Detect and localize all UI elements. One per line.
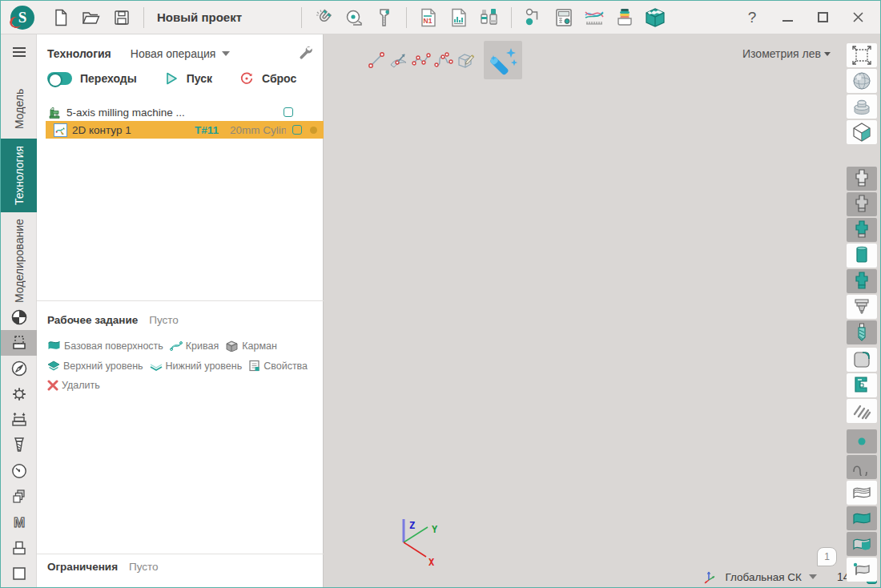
tool-button[interactable] <box>1 433 37 458</box>
material-stack-button[interactable] <box>609 4 640 31</box>
tools-button[interactable] <box>474 4 505 31</box>
machining-button[interactable] <box>1 330 37 356</box>
maximize-button[interactable] <box>810 6 835 30</box>
minimize-button[interactable] <box>774 6 800 30</box>
wrench-icon <box>297 44 313 60</box>
tool-holder-button[interactable] <box>847 269 877 293</box>
settings-wrench-button[interactable] <box>297 44 313 63</box>
polyline-button[interactable] <box>410 49 432 71</box>
reset-icon[interactable] <box>239 71 254 86</box>
magnet-snap-button[interactable] <box>308 4 339 31</box>
tool-cone-button[interactable] <box>847 295 877 319</box>
operation-status-dot <box>310 127 317 134</box>
toolbar-divider <box>406 7 407 28</box>
milling-tool-button[interactable] <box>847 320 877 344</box>
upper-level-label: Верхний уровень <box>63 360 143 372</box>
tree-row-machine[interactable]: 5-axis milling machine ... <box>37 103 324 121</box>
coord-system-label[interactable]: Глобальная СК <box>725 571 802 583</box>
measure-tape-button[interactable] <box>339 4 369 31</box>
simulation-button[interactable] <box>640 4 670 31</box>
surface-points-button[interactable] <box>847 558 877 582</box>
holder-with-tool-button[interactable] <box>847 218 877 242</box>
holder-wireframe-icon <box>852 168 871 189</box>
machine-checkbox[interactable] <box>284 107 293 117</box>
delete-button[interactable]: Удалить <box>47 380 100 391</box>
reset-label[interactable]: Сброс <box>262 72 296 85</box>
machine-label: 5-axis milling machine ... <box>66 107 185 119</box>
chevron-down-icon[interactable] <box>809 574 817 579</box>
magic-wand-button[interactable] <box>484 41 522 79</box>
tab-technology[interactable]: Технология <box>1 139 37 212</box>
open-folder-icon <box>81 8 102 27</box>
press-button[interactable] <box>1 407 37 433</box>
zoom-extents-button[interactable] <box>847 43 877 67</box>
machine-button[interactable] <box>847 373 877 397</box>
output-button[interactable] <box>1 535 37 561</box>
tool-body-button[interactable] <box>847 244 877 268</box>
job-section-header: Рабочее задание Пусто <box>47 314 179 326</box>
part-view-button[interactable] <box>847 95 877 119</box>
sketch-3d-button[interactable] <box>455 49 477 71</box>
save-project-button[interactable] <box>107 4 137 31</box>
toolbar-divider <box>143 7 144 28</box>
left-rail: Модель Технология Моделирование <box>1 34 37 588</box>
base-surface-button[interactable]: Базовая поверхность <box>47 340 163 352</box>
spline-button[interactable] <box>432 49 455 71</box>
stock-setup-button[interactable] <box>1 304 37 330</box>
transitions-label: Переходы <box>80 72 137 85</box>
view-selector[interactable]: Изометрия лев <box>742 47 831 60</box>
layers-button[interactable] <box>1 484 37 509</box>
curve-spline-button[interactable] <box>847 455 877 479</box>
operation-tool-number: T#11 <box>195 124 219 136</box>
toolbar-divider <box>511 7 512 28</box>
settings-button[interactable] <box>1 381 37 407</box>
holder-wireframe-button[interactable] <box>847 167 877 191</box>
line-2points-button[interactable] <box>365 49 388 71</box>
play-icon[interactable] <box>164 71 179 86</box>
surface-half-button[interactable] <box>847 532 877 556</box>
surface-shaded-button[interactable] <box>847 506 877 530</box>
pocket-button[interactable]: Карман <box>225 340 277 352</box>
save-icon <box>112 8 131 27</box>
help-button[interactable]: ? <box>739 6 765 30</box>
tab-modeling[interactable]: Моделирование <box>1 214 37 308</box>
surface-wireframe-button[interactable] <box>847 481 877 505</box>
frame-button[interactable] <box>1 561 37 586</box>
calculator-button[interactable] <box>549 4 579 31</box>
curve-button[interactable]: Кривая <box>170 340 219 352</box>
stock-button[interactable] <box>847 348 877 372</box>
main-menu-button[interactable] <box>1 41 37 63</box>
calculator-icon <box>553 7 574 28</box>
viewport-canvas[interactable]: Изометрия лев Z Y X 1 Глобальная СК 14% <box>324 34 881 588</box>
properties-button[interactable]: Свойства <box>248 360 308 372</box>
point-button[interactable] <box>847 429 877 453</box>
lower-level-button[interactable]: Нижний уровень <box>150 360 243 372</box>
start-label[interactable]: Пуск <box>187 72 212 85</box>
toolpath-hatch-button[interactable] <box>847 399 877 423</box>
caliper-icon <box>374 7 395 28</box>
close-button[interactable] <box>845 6 871 30</box>
notification-badge[interactable]: 1 <box>817 547 837 566</box>
tree-row-operation-selected[interactable]: 2D контур 1 T#11 20mm Cylindr <box>46 121 324 139</box>
top-toolbar: S Новый проект N1 <box>1 1 880 34</box>
project-title: Новый проект <box>157 10 242 24</box>
surface-direction-button[interactable] <box>388 49 410 71</box>
open-project-button[interactable] <box>76 4 107 31</box>
graphs-button[interactable] <box>579 4 609 31</box>
operation-selector[interactable]: Новая операция <box>131 47 231 60</box>
report-button[interactable] <box>444 4 474 31</box>
macro-button[interactable]: M <box>1 509 37 535</box>
workpiece-view-button[interactable] <box>847 120 877 144</box>
shaded-view-button[interactable] <box>847 69 877 93</box>
navigation-button[interactable] <box>1 356 37 381</box>
holder-shaded-button[interactable] <box>847 192 877 216</box>
gauge-button[interactable] <box>1 458 37 484</box>
transitions-toggle[interactable] <box>47 72 72 85</box>
upper-level-button[interactable]: Верхний уровень <box>47 360 143 372</box>
caliper-button[interactable] <box>369 4 400 31</box>
tab-model[interactable]: Модель <box>1 81 37 137</box>
operation-checkbox[interactable] <box>292 125 302 135</box>
new-document-button[interactable] <box>46 4 76 31</box>
nc-program-button[interactable]: N1 <box>413 4 444 31</box>
process-link-button[interactable] <box>518 4 549 31</box>
